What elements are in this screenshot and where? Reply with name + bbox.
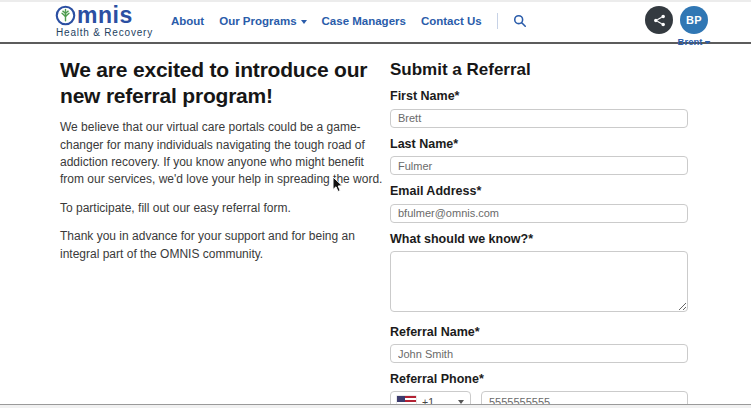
nav-item-our-programs[interactable]: Our Programs xyxy=(219,15,306,27)
intro-column: We are excited to introduce our new refe… xyxy=(60,57,384,263)
email-field[interactable] xyxy=(390,204,688,223)
referral-phone-label: Referral Phone* xyxy=(390,372,688,386)
last-name-label: Last Name* xyxy=(390,137,688,151)
intro-paragraph: Thank you in advance for your support an… xyxy=(60,228,384,263)
nav-item-case-managers[interactable]: Case Managers xyxy=(322,15,406,27)
intro-paragraph: We believe that our virtual care portals… xyxy=(60,119,384,189)
main-content: We are excited to introduce our new refe… xyxy=(0,44,751,404)
window-bottom-edge xyxy=(0,404,751,408)
email-label: Email Address* xyxy=(390,184,688,198)
notes-group: What should we know?* xyxy=(390,232,688,316)
referral-phone-group: Referral Phone* +1 xyxy=(390,372,688,408)
share-button[interactable] xyxy=(645,6,673,34)
notes-field[interactable] xyxy=(390,251,688,312)
chevron-down-icon xyxy=(301,20,307,24)
header-user-area: BP Brent xyxy=(645,6,708,34)
referral-name-label: Referral Name* xyxy=(390,325,688,339)
share-nodes-icon xyxy=(653,14,666,27)
first-name-group: First Name* xyxy=(390,89,688,128)
omnis-logo-mark-icon xyxy=(55,5,76,26)
browser-page: mnis Health & Recovery About Our Program… xyxy=(0,0,751,408)
notes-label: What should we know?* xyxy=(390,232,688,246)
nav-divider xyxy=(497,13,498,29)
first-name-label: First Name* xyxy=(390,89,688,103)
first-name-field[interactable] xyxy=(390,109,688,128)
main-nav: About Our Programs Case Managers Contact… xyxy=(171,13,527,29)
intro-paragraph: To participate, fill out our easy referr… xyxy=(60,200,384,217)
omnis-logo[interactable]: mnis Health & Recovery xyxy=(55,4,153,38)
logo-letters: mnis xyxy=(77,4,133,27)
user-avatar[interactable]: BP xyxy=(680,6,708,34)
logo-tagline: Health & Recovery xyxy=(55,28,153,38)
referral-name-field[interactable] xyxy=(390,344,688,363)
site-header: mnis Health & Recovery About Our Program… xyxy=(0,0,751,44)
last-name-field[interactable] xyxy=(390,156,688,175)
page-title: We are excited to introduce our new refe… xyxy=(60,57,384,108)
window-top-edge xyxy=(0,0,751,2)
form-title: Submit a Referral xyxy=(390,60,688,80)
search-icon[interactable] xyxy=(513,14,527,28)
nav-item-about[interactable]: About xyxy=(171,15,204,27)
chevron-down-icon xyxy=(458,400,464,404)
nav-item-contact-us[interactable]: Contact Us xyxy=(421,15,482,27)
last-name-group: Last Name* xyxy=(390,137,688,176)
referral-name-group: Referral Name* xyxy=(390,325,688,364)
referral-form: Submit a Referral First Name* Last Name*… xyxy=(390,60,688,408)
email-group: Email Address* xyxy=(390,184,688,223)
